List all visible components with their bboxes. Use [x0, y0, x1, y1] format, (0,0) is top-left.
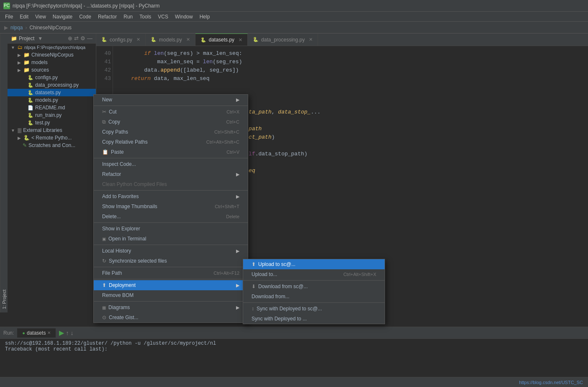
tab-datasets[interactable]: 🐍 datasets.py ✕ [195, 34, 248, 46]
run-play-button[interactable]: ▶ [59, 329, 64, 337]
ctx-sep [94, 245, 248, 245]
locate-icon[interactable]: ⊕ [68, 35, 72, 41]
ctx-new[interactable]: New ▶ [94, 95, 248, 105]
sidebar-item-models-folder[interactable]: ▶ 📁 models [8, 59, 96, 66]
sidebar-item-sources[interactable]: ▶ 📁 sources [8, 66, 96, 74]
submenu-arrow: ▶ [236, 97, 239, 103]
sidebar-item-remote-python[interactable]: ▶ 🐍 < Remote Pytho... [8, 134, 96, 142]
tree-arrow: ▼ [11, 128, 15, 133]
sidebar-icons: ⊕ ⇄ ⚙ — [68, 35, 92, 41]
tree-root[interactable]: ▼ 🗂 nlpqa F:\Project\pytorch\nlpqa [8, 44, 96, 51]
ctx-favorites[interactable]: Add to Favorites ▶ [94, 191, 248, 201]
code-line-43: return data, max_len_seq [118, 75, 583, 83]
submenu-sync-sc[interactable]: ↕ Sync with Deployed to sc@... [243, 304, 385, 314]
menu-help[interactable]: Help [196, 13, 213, 21]
sidebar-item-scratches[interactable]: ✎ Scratches and Con... [8, 142, 96, 149]
submenu-upload-to[interactable]: Upload to... Ctrl+Alt+Shift+X [243, 269, 385, 279]
run-label: Run: [0, 330, 17, 336]
deployment-submenu: ⬆ Upload to sc@... Upload to... Ctrl+Alt… [243, 259, 385, 324]
tab-close-data-processing[interactable]: ✕ [309, 37, 313, 42]
submenu-upload-sc[interactable]: ⬆ Upload to sc@... [243, 259, 385, 269]
submenu-arrow: ▶ [236, 194, 239, 199]
sidebar-item-test[interactable]: 🐍 test.py [8, 119, 96, 126]
menu-edit[interactable]: Edit [16, 13, 32, 21]
menu-run[interactable]: Run [120, 13, 136, 21]
ctx-terminal[interactable]: ▣ Open in Terminal [94, 234, 248, 244]
tab-configs[interactable]: 🐍 configs.py ✕ [96, 34, 146, 46]
minimize-icon[interactable]: — [87, 35, 92, 41]
run-down-button[interactable]: ↓ [70, 330, 73, 336]
submenu-arrow: ▶ [236, 172, 239, 177]
menu-code[interactable]: Code [76, 13, 95, 21]
copy-icon: ⧉ [102, 119, 106, 125]
ctx-paste[interactable]: 📋 Paste Ctrl+V [94, 147, 248, 157]
menu-view[interactable]: View [32, 13, 49, 21]
sidebar-item-data-processing[interactable]: 🐍 data_processing.py [8, 81, 96, 89]
tree-arrow: ▶ [18, 68, 21, 72]
sidebar-item-readme[interactable]: 📄 README.md [8, 104, 96, 111]
sidebar-item-chinesenlpcorpus[interactable]: ▶ 📁 ChineseNlpCorpus [8, 51, 96, 59]
ctx-diagrams[interactable]: ▦ Diagrams ▶ [94, 302, 248, 312]
menu-vcs[interactable]: VCS [154, 13, 172, 21]
menu-file[interactable]: File [2, 13, 16, 21]
sub-sep [243, 302, 385, 303]
menu-refactor[interactable]: Refactor [95, 13, 120, 21]
tree-arrow: ▼ [11, 45, 15, 50]
tree-arrow: ▶ [18, 53, 21, 57]
ctx-copy[interactable]: ⧉ Copy Ctrl+C [94, 117, 248, 127]
status-bar: https://blog.csdn.net/USTC_SC [0, 377, 588, 387]
run-tab-close[interactable]: ✕ [47, 330, 51, 335]
submenu-download-from[interactable]: Download from... [243, 292, 385, 302]
ctx-copy-paths[interactable]: Copy Paths Ctrl+Shift+C [94, 127, 248, 137]
project-icon: 🗂 [18, 44, 23, 50]
ctx-copy-relative[interactable]: Copy Relative Paths Ctrl+Alt+Shift+C [94, 137, 248, 147]
tab-close-configs[interactable]: ✕ [136, 37, 140, 42]
ctx-filepath[interactable]: File Path Ctrl+Alt+F12 [94, 268, 248, 278]
code-line-40: if len(seg_res) > max_len_seq: [118, 49, 583, 58]
vertical-tab-project[interactable]: 1: Project [0, 34, 8, 312]
submenu-arrow: ▶ [236, 248, 239, 254]
ctx-deployment[interactable]: ⬆ Deployment ▶ [94, 280, 248, 290]
scissors-icon: ✂ [102, 109, 106, 115]
breadcrumb-project[interactable]: nlpqa [10, 25, 23, 31]
py-file-icon: 🐍 [28, 113, 33, 118]
folder-icon: 📁 [23, 59, 30, 65]
expand-icon[interactable]: ⇄ [74, 35, 79, 41]
tab-data-processing[interactable]: 🐍 data_processing.py ✕ [248, 34, 318, 46]
run-tab-datasets[interactable]: ● datasets ✕ [17, 328, 56, 338]
code-line-41: max_len_seq = len(seg_res) [118, 58, 583, 66]
menu-tools[interactable]: Tools [136, 13, 154, 21]
sidebar-item-models-py[interactable]: 🐍 models.py [8, 96, 96, 104]
sidebar-item-datasets[interactable]: 🐍 datasets.py [8, 89, 96, 96]
terminal-icon: ▣ [102, 237, 106, 241]
upload-icon: ⬆ [252, 261, 256, 267]
submenu-sync-deployed[interactable]: Sync with Deployed to ... [243, 314, 385, 324]
sidebar-item-run-train[interactable]: 🐍 run_train.py [8, 111, 96, 119]
sidebar-item-external-libraries[interactable]: ▼ ||| External Libraries [8, 126, 96, 134]
ctx-local-history[interactable]: Local History ▶ [94, 246, 248, 256]
breadcrumb-bar: ▶ nlpqa › ChineseNlpCorpus [0, 22, 588, 34]
sub-sep [243, 280, 385, 281]
settings-icon[interactable]: ⚙ [80, 35, 85, 41]
run-up-button[interactable]: ↑ [66, 330, 69, 336]
menu-navigate[interactable]: Navigate [49, 13, 76, 21]
ctx-delete[interactable]: Delete... Delete [94, 212, 248, 222]
ctx-sync[interactable]: ↻ Synchronize selected files [94, 256, 248, 266]
ctx-create-gist[interactable]: ⊙ Create Gist... [94, 312, 248, 322]
code-line-42: data.append([label, seg_res]) [118, 66, 583, 75]
tab-close-models[interactable]: ✕ [186, 37, 190, 42]
tab-close-datasets[interactable]: ✕ [239, 37, 242, 43]
status-link[interactable]: https://blog.csdn.net/USTC_SC [519, 380, 583, 385]
ctx-refactor[interactable]: Refactor ▶ [94, 169, 248, 179]
ctx-cut[interactable]: ✂ Cut Ctrl+X [94, 107, 248, 117]
menu-window[interactable]: Window [172, 13, 196, 21]
tab-models[interactable]: 🐍 models.py ✕ [146, 34, 195, 46]
breadcrumb-folder[interactable]: ChineseNlpCorpus [29, 25, 72, 31]
ctx-remove-bom[interactable]: Remove BOM [94, 290, 248, 300]
submenu-download-sc[interactable]: ⬇ Download from sc@... [243, 281, 385, 292]
py-file-icon: 🐍 [28, 75, 33, 80]
sidebar-item-configs[interactable]: 🐍 configs.py [8, 74, 96, 81]
ctx-thumbnails[interactable]: Show Image Thumbnails Ctrl+Shift+T [94, 201, 248, 212]
ctx-inspect[interactable]: Inspect Code... [94, 159, 248, 169]
ctx-explorer[interactable]: Show in Explorer [94, 224, 248, 234]
